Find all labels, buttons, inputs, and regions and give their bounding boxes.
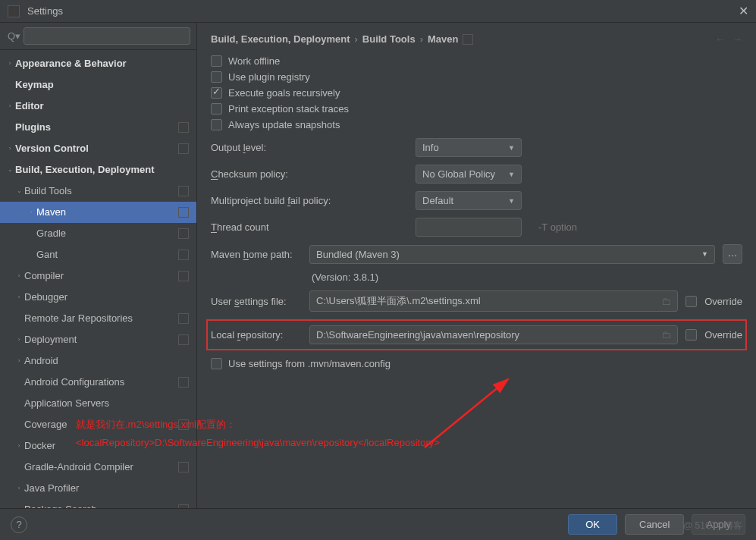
nav-back-icon[interactable]: ←	[715, 33, 725, 45]
execute-recursively-label: Execute goals recursively	[228, 87, 340, 99]
tree-label: Editor	[15, 99, 192, 114]
maven-version-label: (Version: 3.8.1)	[312, 272, 742, 283]
chevron-icon: ›	[5, 141, 15, 156]
tree-label: Deployment	[24, 332, 178, 347]
tree-item-deployment[interactable]: ›Deployment	[0, 329, 196, 350]
tree-item-docker[interactable]: ›Docker	[0, 435, 196, 457]
ok-button[interactable]: OK	[568, 514, 617, 535]
mvn-config-label: Use settings from .mvn/maven.config	[228, 358, 391, 369]
work-offline-checkbox[interactable]	[211, 55, 222, 67]
tree-item-editor[interactable]: ›Editor	[0, 96, 196, 117]
tree-item-compiler[interactable]: ›Compiler	[0, 265, 196, 287]
scope-mark-icon	[178, 419, 189, 430]
override-repo-label: Override	[704, 329, 742, 341]
tree-label: Gant	[36, 247, 178, 262]
chevron-down-icon: ▼	[701, 250, 708, 258]
annotation-highlight: Local repository: D:\SoftwareEngineering…	[206, 319, 747, 350]
override-user-checkbox[interactable]	[685, 296, 697, 307]
plugin-registry-label: Use plugin registry	[228, 71, 310, 83]
maven-home-select[interactable]: Bundled (Maven 3)▼	[309, 245, 715, 264]
scope-mark-icon	[178, 228, 189, 239]
scope-mark-icon	[178, 186, 189, 196]
tree-item-android-configurations[interactable]: Android Configurations	[0, 372, 196, 393]
tree-item-debugger[interactable]: ›Debugger	[0, 287, 196, 308]
tree-item-package-search[interactable]: Package Search	[0, 499, 196, 508]
tree-label: Package Search	[24, 502, 178, 508]
thread-hint: -T option	[538, 221, 577, 233]
tree-item-gradle-android-compiler[interactable]: Gradle-Android Compiler	[0, 457, 196, 478]
search-row: Q▾	[0, 23, 196, 50]
chevron-icon: ›	[14, 268, 24, 284]
nav-forward-icon[interactable]: →	[732, 33, 742, 45]
tree-item-gant[interactable]: Gant	[0, 244, 196, 265]
tree-label: Coverage	[24, 417, 178, 432]
chevron-down-icon: ▼	[508, 171, 515, 178]
tree-item-keymap[interactable]: Keymap	[0, 74, 196, 96]
chevron-icon: ›	[14, 353, 24, 369]
update-snapshots-label: Always update snapshots	[228, 119, 340, 130]
chevron-icon: ›	[14, 332, 24, 347]
tree-item-maven[interactable]: ›Maven	[0, 202, 196, 223]
checksum-policy-select[interactable]: No Global Policy▼	[416, 165, 522, 184]
browse-home-button[interactable]: …	[723, 244, 742, 264]
tree-item-gradle[interactable]: Gradle	[0, 223, 196, 244]
tree-label: Gradle-Android Compiler	[24, 460, 178, 475]
user-settings-input[interactable]: C:\Users\狐狸半面添\.m2\settings.xml🗀	[309, 290, 678, 312]
execute-recursively-checkbox[interactable]	[211, 87, 222, 99]
plugin-registry-checkbox[interactable]	[211, 71, 222, 83]
title-bar: Settings ✕	[0, 0, 756, 23]
scope-mark-icon	[178, 250, 189, 260]
tree-item-java-profiler[interactable]: ›Java Profiler	[0, 478, 196, 499]
tree-item-build-tools[interactable]: ⌄Build Tools	[0, 181, 196, 202]
tree-item-application-servers[interactable]: Application Servers	[0, 393, 196, 414]
chevron-icon: ›	[14, 290, 24, 305]
output-level-select[interactable]: Info▼	[416, 138, 522, 157]
close-icon[interactable]: ✕	[739, 4, 748, 18]
user-settings-label: User settings file:	[211, 296, 302, 307]
breadcrumb-b[interactable]: Build Tools	[362, 33, 416, 45]
tree-label: Maven	[36, 205, 178, 220]
thread-count-input[interactable]	[416, 218, 522, 237]
chevron-icon: ›	[26, 205, 36, 220]
tree-label: Keymap	[15, 77, 192, 93]
tree-item-appearance-behavior[interactable]: ›Appearance & Behavior	[0, 53, 196, 74]
tree-item-plugins[interactable]: Plugins	[0, 117, 196, 138]
folder-icon[interactable]: 🗀	[661, 329, 671, 341]
override-repo-checkbox[interactable]	[685, 329, 697, 341]
print-stack-checkbox[interactable]	[211, 103, 222, 115]
chevron-icon: ›	[5, 56, 15, 71]
print-stack-label: Print exception stack traces	[228, 103, 349, 115]
multiproject-select[interactable]: Default▼	[416, 191, 522, 210]
tree-item-version-control[interactable]: ›Version Control	[0, 138, 196, 159]
chevron-down-icon: ▼	[508, 144, 515, 152]
help-button[interactable]: ?	[11, 516, 27, 533]
tree-label: Debugger	[24, 290, 192, 305]
app-logo-icon	[8, 5, 20, 17]
tree-label: Docker	[24, 438, 192, 454]
mvn-config-checkbox[interactable]	[211, 358, 222, 369]
maven-home-label: Maven home path:	[211, 249, 302, 260]
local-repo-input[interactable]: D:\SoftwareEngineering\java\maven\reposi…	[309, 325, 678, 344]
chevron-icon: ›	[5, 99, 15, 114]
search-input[interactable]	[24, 27, 190, 45]
breadcrumb: Build, Execution, Deployment › Build Too…	[211, 33, 742, 45]
chevron-right-icon: ›	[420, 33, 423, 45]
folder-icon[interactable]: 🗀	[661, 296, 671, 307]
tree-label: Android	[24, 353, 192, 369]
scope-mark-icon	[178, 334, 189, 345]
tree-label: Appearance & Behavior	[15, 56, 192, 71]
chevron-icon: ›	[14, 438, 24, 454]
tree-label: Remote Jar Repositories	[24, 311, 178, 326]
scope-mark-icon	[178, 122, 189, 133]
scope-mark-icon	[178, 462, 189, 472]
tree-item-android[interactable]: ›Android	[0, 350, 196, 372]
update-snapshots-checkbox[interactable]	[211, 119, 222, 130]
tree-item-build-execution-deployment[interactable]: ⌄Build, Execution, Deployment	[0, 159, 196, 181]
tree-label: Application Servers	[24, 396, 192, 411]
chevron-icon: ⌄	[14, 184, 24, 199]
chevron-down-icon: ▼	[508, 197, 515, 205]
cancel-button[interactable]: Cancel	[625, 514, 684, 535]
tree-item-coverage[interactable]: Coverage	[0, 414, 196, 435]
tree-item-remote-jar-repositories[interactable]: Remote Jar Repositories	[0, 308, 196, 329]
breadcrumb-a[interactable]: Build, Execution, Deployment	[211, 33, 350, 45]
